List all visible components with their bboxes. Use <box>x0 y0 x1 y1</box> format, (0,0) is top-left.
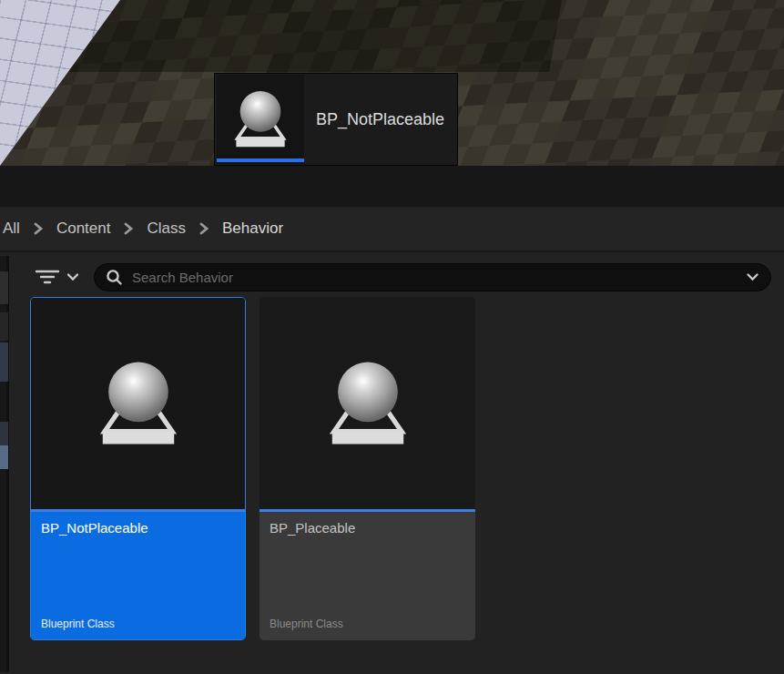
tree-item-partial[interactable] <box>0 312 8 341</box>
asset-type-underline <box>217 158 304 162</box>
asset-drag-label: BP_NotPlaceable <box>316 110 444 129</box>
asset-grid: BP_NotPlaceable Blueprint Class BP_Place… <box>0 291 784 640</box>
breadcrumb-item-behavior[interactable]: Behavior <box>222 220 283 238</box>
tree-item-partial[interactable] <box>0 342 8 382</box>
asset-name: BP_NotPlaceable <box>41 520 235 536</box>
asset-thumbnail <box>260 297 475 509</box>
asset-tile-bp-notplaceable[interactable]: BP_NotPlaceable Blueprint Class <box>30 297 246 640</box>
search-bar[interactable] <box>94 263 771 291</box>
sources-panel-edge <box>0 256 9 672</box>
search-icon <box>106 269 123 286</box>
breadcrumb: All Content Class Behavior <box>0 207 784 252</box>
asset-name: BP_Placeable <box>270 520 465 536</box>
asset-tile-footer: BP_NotPlaceable Blueprint Class <box>31 509 245 640</box>
content-browser-panel: BP_NotPlaceable Blueprint Class BP_Place… <box>0 252 784 672</box>
asset-thumbnail <box>31 298 245 509</box>
chevron-down-icon <box>66 272 79 281</box>
asset-drag-preview[interactable]: BP_NotPlaceable <box>214 73 458 166</box>
filter-icon <box>35 267 60 287</box>
chevron-right-icon <box>33 222 44 235</box>
asset-type-color-bar <box>31 509 245 512</box>
asset-type-label: Blueprint Class <box>270 618 343 630</box>
chevron-right-icon <box>199 222 209 235</box>
chevron-down-icon[interactable] <box>746 272 759 281</box>
asset-tile-footer: BP_Placeable Blueprint Class <box>260 509 475 640</box>
asset-type-color-bar <box>260 509 475 512</box>
level-viewport[interactable]: BP_NotPlaceable <box>0 0 784 166</box>
chevron-right-icon <box>123 222 134 235</box>
breadcrumb-item-all[interactable]: All <box>3 220 20 238</box>
sphere-on-stand-icon <box>320 355 416 452</box>
search-input[interactable] <box>132 270 746 285</box>
tree-item-partial[interactable] <box>0 422 8 445</box>
sphere-on-stand-icon <box>228 87 293 152</box>
asset-drag-thumbnail <box>217 75 304 164</box>
asset-tile-bp-placeable[interactable]: BP_Placeable Blueprint Class <box>260 297 475 640</box>
content-browser-toolbar <box>0 252 784 291</box>
asset-type-label: Blueprint Class <box>41 618 115 630</box>
panel-header-bar <box>0 166 784 207</box>
tree-item-partial[interactable] <box>0 271 8 304</box>
filters-button[interactable] <box>35 267 79 287</box>
breadcrumb-item-class[interactable]: Class <box>147 220 186 238</box>
sphere-on-stand-icon <box>90 355 187 452</box>
tree-item-partial-selected[interactable] <box>0 445 8 469</box>
breadcrumb-item-content[interactable]: Content <box>56 220 111 238</box>
